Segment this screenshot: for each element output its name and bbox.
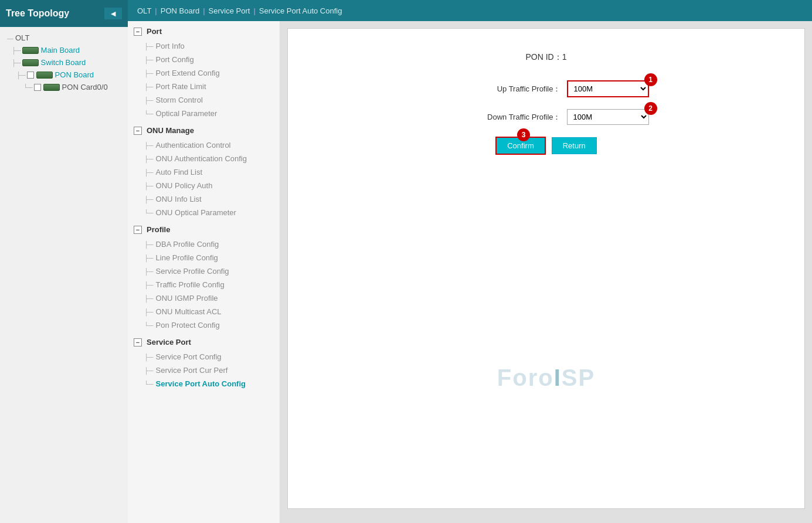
menu-item-authentication-control[interactable]: ├─ Authentication Control bbox=[128, 138, 280, 152]
section-box-profile: − bbox=[134, 226, 142, 234]
menu-item-storm-control[interactable]: ├─ Storm Control bbox=[128, 93, 280, 107]
tree-label-olt: OLT bbox=[15, 33, 29, 42]
menu-item-optical-parameter[interactable]: └─ Optical Parameter bbox=[128, 107, 280, 120]
section-label-port: Port bbox=[147, 27, 162, 36]
step-badge-3: 3 bbox=[517, 128, 530, 141]
device-icon-main-board bbox=[22, 47, 39, 54]
pon-id-label: PON ID：1 bbox=[525, 52, 566, 62]
section-box-onu-manage: − bbox=[134, 127, 142, 135]
menu-item-onu-optical-parameter[interactable]: └─ ONU Optical Parameter bbox=[128, 206, 280, 219]
breadcrumb-sep-3: | bbox=[253, 6, 255, 15]
menu-item-traffic-profile-config[interactable]: ├─ Traffic Profile Config bbox=[128, 278, 280, 291]
section-onu-manage: − ONU Manage ├─ Authentication Control ├… bbox=[128, 123, 280, 219]
breadcrumb-olt: OLT bbox=[137, 6, 151, 15]
down-traffic-profile-label: Down Traffic Profile： bbox=[444, 112, 561, 123]
menu-item-port-rate-limit[interactable]: ├─ Port Rate Limit bbox=[128, 80, 280, 93]
breadcrumb-pon-board: PON Board bbox=[161, 6, 199, 15]
watermark: ForoISP bbox=[497, 365, 595, 391]
section-service-port: − Service Port ├─ Service Port Config ├─… bbox=[128, 334, 280, 390]
tree-label-pon-card: PON Card0/0 bbox=[62, 83, 108, 91]
menu-item-service-port-config[interactable]: ├─ Service Port Config bbox=[128, 350, 280, 364]
menu-item-service-port-auto-config[interactable]: └─ Service Port Auto Config bbox=[128, 377, 280, 390]
up-traffic-profile-select[interactable]: 100M 200M 500M 1G bbox=[567, 80, 649, 97]
tree-item-pon-card[interactable]: └─ PON Card0/0 bbox=[2, 81, 125, 93]
box-icon-pon-card bbox=[34, 84, 41, 91]
sidebar-toggle-button[interactable]: ◄ bbox=[104, 8, 122, 19]
sidebar-title: Tree Topology bbox=[6, 8, 69, 19]
section-box-service-port: − bbox=[134, 338, 142, 347]
section-port: − Port ├─ Port Info ├─ Port Config ├─ bbox=[128, 23, 280, 120]
menu-item-service-port-cur-perf[interactable]: ├─ Service Port Cur Perf bbox=[128, 364, 280, 377]
box-icon-pon-board bbox=[27, 72, 34, 79]
menu-item-line-profile-config[interactable]: ├─ Line Profile Config bbox=[128, 251, 280, 264]
menu-item-pon-protect-config[interactable]: └─ Pon Protect Config bbox=[128, 318, 280, 332]
menu-item-port-config[interactable]: ├─ Port Config bbox=[128, 53, 280, 66]
tree-label-main-board: Main Board bbox=[41, 46, 80, 55]
menu-item-onu-multicast-acl[interactable]: ├─ ONU Multicast ACL bbox=[128, 305, 280, 318]
section-profile: − Profile ├─ DBA Profile Config ├─ Line … bbox=[128, 222, 280, 332]
step-badge-2: 2 bbox=[644, 102, 657, 115]
tree-label-pon-board: PON Board bbox=[55, 70, 94, 79]
up-traffic-profile-label: Up Traffic Profile： bbox=[444, 84, 561, 94]
menu-item-onu-igmp-profile[interactable]: ├─ ONU IGMP Profile bbox=[128, 291, 280, 305]
breadcrumb-sep-2: | bbox=[203, 6, 205, 15]
tree-item-pon-board[interactable]: ├─ PON Board bbox=[2, 69, 125, 81]
device-icon-pon-board bbox=[36, 72, 53, 79]
breadcrumb-sep-1: | bbox=[155, 6, 157, 15]
menu-item-port-extend-config[interactable]: ├─ Port Extend Config bbox=[128, 66, 280, 80]
menu-item-onu-authentication-config[interactable]: ├─ ONU Authentication Config bbox=[128, 152, 280, 165]
menu-item-dba-profile-config[interactable]: ├─ DBA Profile Config bbox=[128, 237, 280, 251]
tree-item-switch-board[interactable]: ├─ Switch Board bbox=[2, 56, 125, 69]
tree-label-switch-board: Switch Board bbox=[41, 58, 86, 67]
section-box-port: − bbox=[134, 28, 142, 36]
menu-item-port-info[interactable]: ├─ Port Info bbox=[128, 39, 280, 53]
device-icon-switch-board bbox=[22, 59, 39, 66]
device-icon-pon-card bbox=[43, 84, 60, 91]
breadcrumb-service-port-auto-config: Service Port Auto Config bbox=[259, 6, 342, 15]
down-traffic-profile-select[interactable]: 100M 200M 500M 1G bbox=[567, 109, 649, 125]
menu-item-onu-info-list[interactable]: ├─ ONU Info List bbox=[128, 192, 280, 206]
step-badge-1: 1 bbox=[644, 73, 657, 86]
menu-item-onu-policy-auth[interactable]: ├─ ONU Policy Auth bbox=[128, 179, 280, 192]
breadcrumb-service-port: Service Port bbox=[209, 6, 250, 15]
menu-item-auto-find-list[interactable]: ├─ Auto Find List bbox=[128, 165, 280, 179]
section-label-service-port: Service Port bbox=[147, 338, 191, 347]
tree-item-main-board[interactable]: ├─ Main Board bbox=[2, 44, 125, 56]
menu-item-service-profile-config[interactable]: ├─ Service Profile Config bbox=[128, 264, 280, 278]
section-label-onu-manage: ONU Manage bbox=[147, 126, 194, 135]
tree-item-olt[interactable]: — OLT bbox=[2, 32, 125, 44]
section-label-profile: Profile bbox=[147, 225, 170, 234]
return-button[interactable]: Return bbox=[552, 137, 597, 154]
